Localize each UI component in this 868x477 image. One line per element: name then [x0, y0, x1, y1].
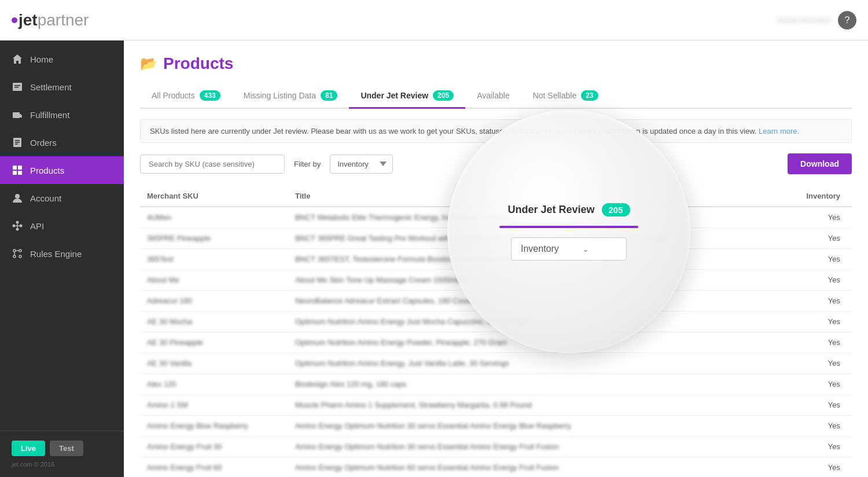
env-toggle: Live Test: [12, 441, 112, 456]
app-logo: jetpartner: [12, 11, 89, 30]
sidebar-item-api[interactable]: API: [0, 212, 124, 240]
svg-point-5: [20, 118, 21, 120]
cell-sku: AE 30 Mocha: [140, 311, 288, 332]
tab-not-sellable-label: Not Sellable: [533, 91, 577, 100]
col-inventory: Inventory: [785, 186, 852, 207]
cell-title: BNCT Metabolix Elite Thermogenic Energy,…: [288, 207, 785, 228]
svg-rect-10: [13, 166, 17, 170]
cell-sku: 365PRE Pineapple: [140, 228, 288, 249]
tab-under-review[interactable]: Under Jet Review 205: [349, 85, 465, 108]
sidebar-item-rules-engine[interactable]: Rules Engine: [0, 240, 124, 267]
products-table: Merchant SKU Title Inventory 4UMen BNCT …: [140, 186, 852, 477]
table-header: Merchant SKU Title Inventory: [140, 186, 852, 207]
cell-sku: Amino Energy Fruit 30: [140, 436, 288, 457]
cell-inventory: Yes: [785, 353, 852, 374]
filter-by-label: Filter by: [294, 160, 321, 168]
sidebar-nav: Home Settlement Fulfillment Orders Produ…: [0, 41, 124, 431]
products-page-icon: 📂: [140, 56, 157, 72]
cell-title: BNCT 365PRE Great Tasting Pre Workout wi…: [288, 228, 785, 249]
filter-select[interactable]: Inventory Status Sub-status: [330, 155, 393, 174]
cell-sku: AE 30 Vanilla: [140, 353, 288, 374]
cell-inventory: Yes: [785, 374, 852, 395]
download-button[interactable]: Download: [788, 153, 852, 174]
svg-point-17: [16, 221, 19, 224]
page-title-row: 📂 Products: [140, 54, 852, 73]
table-row: AE 30 Vanilla Optimum Nutrition Amino En…: [140, 353, 852, 374]
cell-sku: Adreacur 180: [140, 291, 288, 311]
sidebar-item-settlement[interactable]: Settlement: [0, 73, 124, 101]
tab-available[interactable]: Available: [465, 85, 521, 108]
tab-not-sellable[interactable]: Not Sellable 23: [521, 85, 610, 108]
cell-inventory: Yes: [785, 270, 852, 291]
cell-sku: AE 30 Pineapple: [140, 332, 288, 353]
rules-icon: [12, 248, 23, 259]
sidebar-item-products[interactable]: Products: [0, 156, 124, 184]
svg-point-16: [20, 225, 23, 228]
info-bar: SKUs listed here are currently under Jet…: [140, 119, 852, 143]
test-toggle-btn[interactable]: Test: [50, 441, 83, 456]
tab-all-label: All Products: [152, 91, 195, 100]
cell-title: Optimum Nutrition Amino Energy, Just Van…: [288, 353, 785, 374]
sidebar-item-home[interactable]: Home: [0, 45, 124, 73]
cell-sku: 365Test: [140, 249, 288, 270]
svg-rect-11: [18, 166, 22, 170]
col-merchant-sku: Merchant SKU: [140, 186, 288, 207]
tab-all-products[interactable]: All Products 433: [140, 85, 232, 108]
sidebar-label-fulfillment: Fulfillment: [30, 110, 69, 120]
live-toggle-btn[interactable]: Live: [12, 441, 45, 456]
app-header: jetpartner Daniel Surname ?: [0, 0, 868, 41]
table-row: Amino Energy Fruit 60 Amino Energy Optim…: [140, 457, 852, 478]
cell-title: Amino Energy Optimum Nutrition 60 servs …: [288, 457, 785, 478]
tab-available-label: Available: [477, 91, 510, 100]
cell-sku: About Me: [140, 270, 288, 291]
help-button[interactable]: ?: [838, 11, 856, 30]
svg-point-18: [16, 228, 19, 231]
info-bar-text: SKUs listed here are currently under Jet…: [150, 127, 759, 135]
products-tabs: All Products 433 Missing Listing Data 81…: [140, 85, 852, 109]
cell-inventory: Yes: [785, 395, 852, 416]
filter-row: Filter by Inventory Status Sub-status Do…: [140, 153, 852, 174]
cell-title: Optimum Nutrition Amino Energy Powder, P…: [288, 332, 785, 353]
sidebar: Home Settlement Fulfillment Orders Produ…: [0, 41, 124, 477]
fulfillment-icon: [12, 109, 23, 120]
cell-sku: 4UMen: [140, 207, 288, 228]
table-row: AE 30 Pineapple Optimum Nutrition Amino …: [140, 332, 852, 353]
cell-inventory: Yes: [785, 436, 852, 457]
sidebar-item-account[interactable]: Account: [0, 184, 124, 212]
svg-rect-8: [15, 142, 20, 143]
cell-sku: Amino Energy Blue Raspberry: [140, 416, 288, 436]
main-content: 📂 Products All Products 433 Missing List…: [124, 41, 868, 477]
cell-sku: Amino 1 SM: [140, 395, 288, 416]
svg-rect-1: [14, 85, 20, 86]
logo-partner: partner: [38, 11, 89, 30]
tab-not-sellable-badge: 23: [581, 90, 598, 101]
cell-title: Amino Energy Optimum Nutrition 30 servs …: [288, 436, 785, 457]
user-name: Daniel Surname: [777, 16, 831, 24]
cell-title: Biodesign Alex 120 mg, 180 caps: [288, 374, 785, 395]
sidebar-label-orders: Orders: [30, 138, 57, 148]
sidebar-item-fulfillment[interactable]: Fulfillment: [0, 101, 124, 129]
cell-sku: Amino Energy Fruit 60: [140, 457, 288, 478]
products-table-wrap: Merchant SKU Title Inventory 4UMen BNCT …: [140, 186, 852, 477]
cell-inventory: Yes: [785, 207, 852, 228]
svg-point-15: [13, 225, 16, 228]
sidebar-item-orders[interactable]: Orders: [0, 129, 124, 156]
home-icon: [12, 53, 23, 65]
api-icon: [12, 220, 23, 232]
tab-review-badge: 205: [433, 90, 454, 101]
table-row: AE 30 Mocha Optimum Nutrition Amino Ener…: [140, 311, 852, 332]
svg-point-22: [19, 249, 21, 252]
learn-more-link[interactable]: Learn more.: [759, 127, 799, 135]
svg-rect-2: [14, 87, 19, 88]
sidebar-label-account: Account: [30, 193, 61, 203]
page-title: Products: [163, 54, 233, 73]
sidebar-label-rules-engine: Rules Engine: [30, 249, 82, 259]
tab-missing-label: Missing Listing Data: [244, 91, 316, 100]
svg-point-23: [13, 255, 16, 258]
cell-inventory: Yes: [785, 228, 852, 249]
tab-missing-listing[interactable]: Missing Listing Data 81: [232, 85, 350, 108]
table-body: 4UMen BNCT Metabolix Elite Thermogenic E…: [140, 207, 852, 477]
cell-inventory: Yes: [785, 457, 852, 478]
orders-icon: [12, 137, 23, 148]
search-input[interactable]: [140, 155, 285, 174]
